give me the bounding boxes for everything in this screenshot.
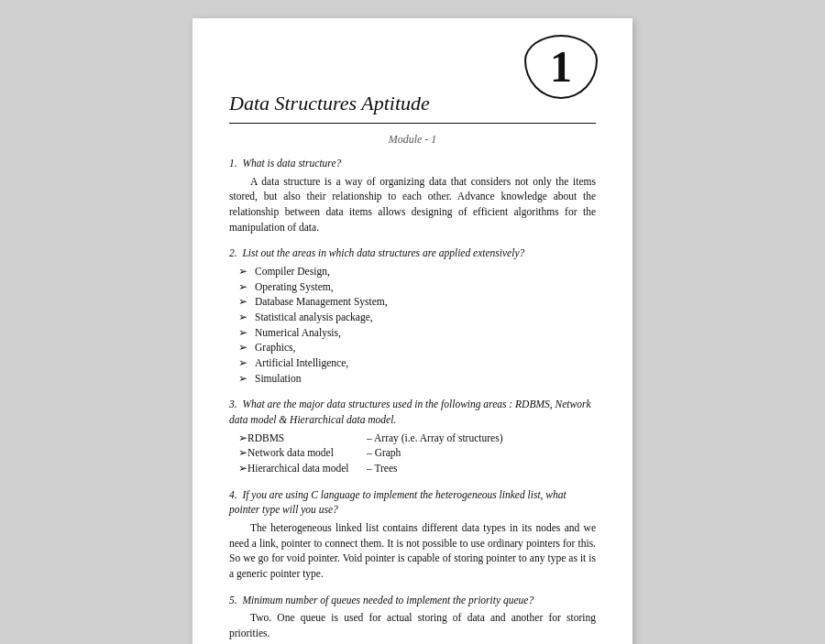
arrow-icon: ➢ <box>238 310 251 325</box>
arrow-icon: ➢ <box>238 371 251 387</box>
list-text: Operating System, <box>255 279 334 295</box>
page-title: Data Structures Aptitude <box>229 92 430 115</box>
qa-value: – Array (i.e. Array of structures) <box>367 431 503 446</box>
arrow-icon: ➢ <box>238 294 251 310</box>
list-text: Statistical analysis package, <box>255 310 373 325</box>
q4-label: 4. If you are using C language to implem… <box>229 487 596 518</box>
q2-label: 2. List out the areas in which data stru… <box>229 246 596 261</box>
content-area: 1. What is data structure? A data struct… <box>229 156 596 644</box>
qa-value: – Graph <box>367 445 401 461</box>
q5-number: 5. <box>229 595 242 606</box>
question-1: 1. What is data structure? A data struct… <box>229 156 596 235</box>
question-4: 4. If you are using C language to implem… <box>229 487 596 582</box>
question-3: 3. What are the major data structures us… <box>229 397 596 475</box>
list-text: Database Management System, <box>255 294 388 310</box>
list-text: Simulation <box>255 371 301 387</box>
arrow-icon: ➢ <box>238 325 251 341</box>
chapter-number: 1 <box>550 45 572 89</box>
arrow-icon: ➢ <box>238 340 251 355</box>
list-item: ➢Artificial Intelligence, <box>238 355 596 371</box>
list-text: Compiler Design, <box>255 264 330 279</box>
question-2: 2. List out the areas in which data stru… <box>229 246 596 386</box>
q2-text: List out the areas in which data structu… <box>242 247 524 258</box>
list-item: ➢Compiler Design, <box>238 264 596 279</box>
question-5: 5. Minimum number of queues needed to im… <box>229 593 596 641</box>
q1-number: 1. <box>229 158 242 169</box>
qa-label: Network data model <box>248 445 367 461</box>
qa-row-hierarchical: ➢ Hierarchical data model – Trees <box>238 461 596 476</box>
q1-label: 1. What is data structure? <box>229 156 596 171</box>
q2-number: 2. <box>229 247 242 258</box>
arrow-icon: ➢ <box>238 264 251 279</box>
q4-answer: The heterogeneous linked list contains d… <box>229 520 596 582</box>
q1-text: What is data structure? <box>242 158 341 169</box>
list-item: ➢Statistical analysis package, <box>238 310 596 325</box>
q3-number: 3. <box>229 398 242 409</box>
arrow-icon: ➢ <box>238 355 251 371</box>
list-text: Artificial Intelligence, <box>255 355 348 371</box>
list-item: ➢Numerical Analysis, <box>238 325 596 341</box>
q3-text: What are the major data structures used … <box>229 398 590 425</box>
q1-answer: A data structure is a way of organizing … <box>229 174 596 235</box>
qa-label: RDBMS <box>248 431 367 446</box>
q3-label: 3. What are the major data structures us… <box>229 397 596 427</box>
q5-answer: Two. One queue is used for actual storin… <box>229 610 596 640</box>
qa-label: Hierarchical data model <box>248 461 367 476</box>
list-text: Graphics, <box>255 340 295 355</box>
list-item: ➢Database Management System, <box>238 294 596 310</box>
q4-number: 4. <box>229 489 242 500</box>
arrow-icon: ➢ <box>238 431 248 446</box>
q5-text: Minimum number of queues needed to imple… <box>242 595 534 606</box>
qa-row-network: ➢ Network data model – Graph <box>238 445 596 461</box>
q5-label: 5. Minimum number of queues needed to im… <box>229 593 596 608</box>
qa-value: – Trees <box>367 461 398 476</box>
qa-row-rdbms: ➢ RDBMS – Array (i.e. Array of structure… <box>238 431 596 446</box>
subtitle: Module - 1 <box>229 133 596 147</box>
document-page: 1 Data Structures Aptitude Module - 1 1.… <box>192 18 632 644</box>
list-item: ➢Operating System, <box>238 279 596 295</box>
list-item: ➢Simulation <box>238 371 596 387</box>
arrow-icon: ➢ <box>238 445 248 461</box>
arrow-icon: ➢ <box>238 279 251 295</box>
list-item: ➢Graphics, <box>238 340 596 355</box>
q4-text: If you are using C language to implement… <box>229 489 566 516</box>
list-text: Numerical Analysis, <box>255 325 341 341</box>
arrow-icon: ➢ <box>238 461 248 476</box>
title-divider <box>229 123 596 124</box>
